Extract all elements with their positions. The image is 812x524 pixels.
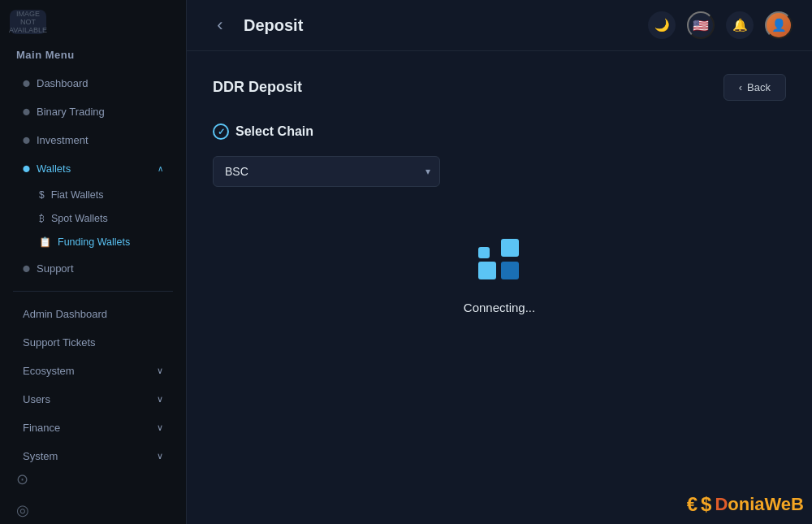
chain-select-wrapper: BSC ETH TRX SOL ▾: [213, 156, 440, 187]
header-moon-button[interactable]: 🌙: [648, 11, 676, 39]
wallets-icon: ⬤: [23, 165, 30, 172]
brand-d: D: [715, 494, 728, 514]
chain-select[interactable]: BSC ETH TRX SOL: [213, 156, 440, 187]
users-label: Users: [23, 393, 50, 405]
header-flag-button[interactable]: 🇺🇸: [687, 11, 715, 39]
blocks-icon: [475, 236, 524, 288]
system-label: System: [23, 450, 58, 462]
back-chevron-icon: ‹: [217, 15, 222, 36]
sidebar-item-users[interactable]: Users ∨: [6, 386, 179, 413]
sidebar-item-wallets[interactable]: ⬤ Wallets ∧: [6, 155, 179, 182]
svg-rect-1: [478, 262, 496, 279]
brand-dollar-icon: $: [701, 493, 711, 516]
sidebar-item-fiat-wallets[interactable]: $ Fiat Wallets: [23, 184, 179, 206]
sidebar-item-funding-wallets[interactable]: 📋 Funding Wallets: [23, 231, 179, 253]
sidebar-item-investment[interactable]: ⬤ Investment: [6, 127, 179, 154]
avatar-icon: 👤: [771, 18, 787, 32]
section-check-icon: ✓: [213, 123, 229, 140]
select-chain-section-title: ✓ Select Chain: [213, 123, 786, 140]
sidebar-bottom: ⊙ ◎: [0, 470, 186, 524]
moon-icon: 🌙: [654, 18, 670, 32]
spot-wallets-label: Spot Wallets: [51, 213, 108, 224]
system-arrow-icon: ∨: [157, 451, 163, 461]
sidebar-bottom-icon-2[interactable]: ◎: [16, 501, 29, 519]
sidebar-item-binary-trading[interactable]: ⬤ Binary Trading: [6, 98, 179, 125]
header-bell-button[interactable]: 🔔: [726, 11, 754, 39]
page-header: DDR Deposit ‹ Back: [213, 74, 786, 101]
page-content: DDR Deposit ‹ Back ✓ Select Chain BSC ET…: [187, 51, 812, 524]
svg-rect-2: [501, 262, 519, 279]
users-arrow-icon: ∨: [157, 394, 163, 405]
wallets-submenu: $ Fiat Wallets ₿ Spot Wallets 📋 Funding …: [16, 183, 186, 254]
connecting-container: Connecting...: [213, 236, 786, 314]
sidebar-item-spot-wallets[interactable]: ₿ Spot Wallets: [23, 207, 179, 230]
support-tickets-label: Support Tickets: [23, 336, 96, 349]
section-title-text: Select Chain: [235, 124, 313, 139]
wallets-expand-icon: ∧: [158, 164, 163, 173]
investment-icon: ⬤: [23, 136, 30, 144]
ecosystem-label: Ecosystem: [23, 365, 75, 377]
investment-label: Investment: [37, 134, 89, 146]
support-label: Support: [37, 262, 74, 275]
sidebar-item-support-tickets[interactable]: Support Tickets: [6, 329, 179, 356]
flag-icon: 🇺🇸: [693, 18, 709, 33]
admin-dashboard-label: Admin Dashboard: [23, 308, 107, 320]
sidebar-item-system[interactable]: System ∨: [6, 443, 179, 470]
sidebar: IMAGENOTAVAILABLE Main Menu ⬤ Dashboard …: [0, 0, 187, 524]
back-button-chevron-icon: ‹: [739, 81, 742, 93]
sidebar-item-admin-dashboard[interactable]: Admin Dashboard: [6, 301, 179, 327]
svg-rect-3: [478, 247, 490, 258]
main-content: ‹ Deposit 🌙 🇺🇸 🔔 👤 DDR Deposit ‹ Ba: [187, 0, 812, 524]
binary-trading-icon: ⬤: [23, 108, 30, 115]
brand-logo: € $ DoniaWeB: [687, 493, 804, 516]
sidebar-divider: [13, 291, 173, 292]
sidebar-logo: IMAGENOTAVAILABLE: [10, 10, 46, 34]
funding-wallets-label: Funding Wallets: [58, 236, 130, 248]
sidebar-item-dashboard[interactable]: ⬤ Dashboard: [6, 70, 179, 97]
funding-wallets-icon: 📋: [39, 236, 51, 248]
back-button-label: Back: [747, 81, 771, 93]
header-back-icon[interactable]: ‹: [206, 11, 234, 39]
brand-rest: oniaWeB: [728, 494, 804, 514]
sidebar-item-support[interactable]: ⬤ Support: [6, 255, 179, 282]
sidebar-item-ecosystem[interactable]: Ecosystem ∨: [6, 357, 179, 384]
sidebar-item-finance[interactable]: Finance ∨: [6, 414, 179, 441]
header-avatar-button[interactable]: 👤: [765, 11, 793, 39]
binary-trading-label: Binary Trading: [37, 106, 105, 118]
page-title: DDR Deposit: [213, 79, 302, 96]
wallets-label: Wallets: [37, 162, 71, 175]
back-button[interactable]: ‹ Back: [723, 74, 786, 101]
fiat-wallets-label: Fiat Wallets: [51, 189, 104, 201]
fiat-wallets-icon: $: [39, 189, 45, 201]
header-left: ‹ Deposit: [206, 11, 303, 39]
sidebar-title: Main Menu: [0, 34, 186, 69]
bell-icon: 🔔: [732, 18, 748, 32]
header: ‹ Deposit 🌙 🇺🇸 🔔 👤: [187, 0, 812, 51]
support-icon: ⬤: [23, 265, 30, 272]
brand-currency-icon: €: [687, 493, 698, 516]
header-title: Deposit: [244, 16, 303, 35]
finance-label: Finance: [23, 422, 60, 434]
header-right: 🌙 🇺🇸 🔔 👤: [648, 11, 793, 39]
dashboard-icon: ⬤: [23, 80, 30, 87]
connecting-text: Connecting...: [464, 301, 535, 314]
svg-rect-0: [501, 239, 519, 257]
ecosystem-arrow-icon: ∨: [157, 366, 163, 376]
spot-wallets-icon: ₿: [39, 213, 45, 224]
dashboard-label: Dashboard: [37, 77, 89, 89]
brand-name: DoniaWeB: [715, 494, 804, 515]
finance-arrow-icon: ∨: [157, 422, 163, 433]
sidebar-bottom-icon-1[interactable]: ⊙: [16, 470, 28, 488]
